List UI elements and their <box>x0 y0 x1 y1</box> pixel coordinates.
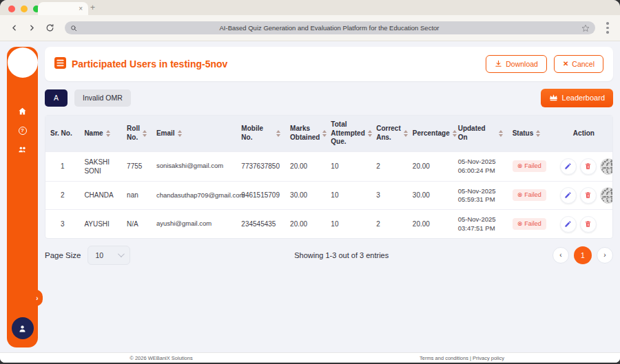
next-page-button[interactable]: › <box>597 247 613 264</box>
col-name[interactable]: Name <box>79 116 122 151</box>
cell-status: ⊗Failed <box>508 210 555 238</box>
app-content: ? › Participated Users in testing-5nov <box>0 41 620 352</box>
column-label: Action <box>573 129 595 138</box>
cell-email: chandasuthap709@gmail.com <box>152 181 236 210</box>
column-label: Mobile No. <box>241 125 273 142</box>
bookmark-star-icon[interactable] <box>581 24 590 32</box>
col-attempted[interactable]: Total Attempted Que. <box>326 116 371 151</box>
col-email[interactable]: Email <box>152 116 236 151</box>
close-window-button[interactable] <box>8 6 15 12</box>
updated-time: 06:00:24 PM <box>458 167 495 174</box>
delete-button[interactable] <box>580 216 597 233</box>
col-correct[interactable]: Correct Ans. <box>371 116 408 151</box>
table-header-row: Sr. No. Name Roll No. Email Mobile No. M… <box>45 116 612 151</box>
invalid-omr-tab[interactable]: Invalid OMR <box>74 89 131 107</box>
browser-tab[interactable]: × <box>38 2 88 15</box>
pagination: ‹ 1 › <box>552 246 613 264</box>
cell-action <box>555 151 612 181</box>
crown-icon <box>549 94 558 103</box>
table-row: 2 CHANDA nan chandasuthap709@gmail.com 9… <box>45 181 612 210</box>
delete-button[interactable] <box>580 158 597 175</box>
cell-attempted: 10 <box>326 151 371 181</box>
tab-close-icon[interactable]: × <box>79 6 83 12</box>
column-label: Sr. No. <box>50 129 72 138</box>
cell-roll: 7755 <box>122 151 152 181</box>
sidebar-expand-chevron[interactable]: › <box>32 290 43 306</box>
col-action: Action <box>555 116 612 151</box>
table-row: 3 AYUSHI N/A ayushi@gmail.com 234545435 … <box>45 210 612 238</box>
cell-attempted: 10 <box>326 181 371 210</box>
col-sr-no: Sr. No. <box>45 116 79 151</box>
cell-name: CHANDA <box>79 181 122 210</box>
cancel-icon: ✕ <box>563 61 568 67</box>
browser-menu-icon[interactable] <box>602 21 613 35</box>
forward-icon[interactable] <box>25 21 39 35</box>
delete-button[interactable] <box>580 187 597 204</box>
status-label: Failed <box>524 163 541 169</box>
sort-icon <box>106 130 110 137</box>
page-header-card: Participated Users in testing-5nov Downl… <box>45 47 613 81</box>
status-badge: ⊗Failed <box>513 218 546 230</box>
cell-correct: 2 <box>371 210 408 238</box>
list-icon <box>54 57 66 72</box>
cell-status: ⊗Failed <box>508 151 555 181</box>
new-tab-button[interactable]: + <box>90 3 95 12</box>
sort-icon <box>178 130 182 137</box>
url-bar[interactable]: AI-Based Quiz Generation and Evaluation … <box>65 21 595 34</box>
col-percentage[interactable]: Percentage <box>408 116 453 151</box>
cell-updated: 05-Nov-202505:59:31 PM <box>453 181 508 210</box>
updated-time: 05:59:31 PM <box>458 195 495 203</box>
sidebar-item-home[interactable] <box>18 107 27 116</box>
minimize-window-button[interactable] <box>21 6 28 12</box>
status-badge: ⊗Failed <box>513 189 546 201</box>
col-status[interactable]: Status <box>508 116 555 151</box>
refresh-icon[interactable] <box>43 21 56 35</box>
status-badge: ⊗Failed <box>513 160 546 172</box>
sort-icon <box>536 130 540 137</box>
omr-sheet-thumbnail[interactable] <box>600 187 613 204</box>
column-label: Percentage <box>413 129 450 138</box>
cell-email: ayushi@gmail.com <box>152 210 236 238</box>
omr-sheet-thumbnail[interactable] <box>600 158 613 175</box>
cell-marks: 30.00 <box>285 181 326 210</box>
cell-roll: nan <box>122 181 152 210</box>
sidebar-item-help[interactable]: ? <box>18 126 27 135</box>
col-marks[interactable]: Marks Obtained <box>285 116 326 151</box>
download-button[interactable]: Download <box>486 55 547 74</box>
window-controls[interactable] <box>8 6 40 12</box>
prev-page-button[interactable]: ‹ <box>552 247 569 264</box>
legal-links[interactable]: Terms and conditions | Privacy policy <box>420 355 504 361</box>
cancel-button[interactable]: ✕ Cancel <box>554 55 603 74</box>
sort-icon <box>368 130 372 137</box>
cell-sr: 1 <box>45 151 79 181</box>
column-label: Email <box>156 129 175 138</box>
sort-icon <box>499 130 503 137</box>
cell-email: sonisakshi@gmail.com <box>152 151 236 181</box>
col-mobile[interactable]: Mobile No. <box>236 116 285 151</box>
col-updated[interactable]: Updated On <box>453 116 508 151</box>
download-label: Download <box>506 61 538 68</box>
column-label: Status <box>513 129 534 138</box>
showing-entries-text: Showing 1-3 out of 3 entries <box>130 251 552 259</box>
cell-roll: N/A <box>122 210 152 238</box>
page-size-select[interactable]: 10 <box>87 246 130 265</box>
updated-date: 05-Nov-2025 <box>458 215 496 223</box>
current-page-button[interactable]: 1 <box>574 246 592 264</box>
failed-icon: ⊗ <box>517 221 523 227</box>
edit-button[interactable] <box>560 158 577 175</box>
users-table-card: Sr. No. Name Roll No. Email Mobile No. M… <box>45 115 613 239</box>
edit-button[interactable] <box>560 216 577 233</box>
status-label: Failed <box>524 192 541 198</box>
user-avatar-button[interactable] <box>12 317 34 339</box>
cell-attempted: 10 <box>326 210 371 238</box>
cell-percentage: 20.00 <box>408 210 453 238</box>
sidebar-item-users[interactable] <box>18 145 27 154</box>
cell-correct: 3 <box>371 181 408 210</box>
group-a-tab[interactable]: A <box>45 89 68 107</box>
back-icon[interactable] <box>7 21 21 35</box>
leaderboard-button[interactable]: Leaderboard <box>541 89 613 107</box>
col-roll-no[interactable]: Roll No. <box>122 116 152 151</box>
cancel-label: Cancel <box>572 61 595 68</box>
edit-button[interactable] <box>560 187 577 204</box>
chevron-down-icon <box>118 251 125 258</box>
